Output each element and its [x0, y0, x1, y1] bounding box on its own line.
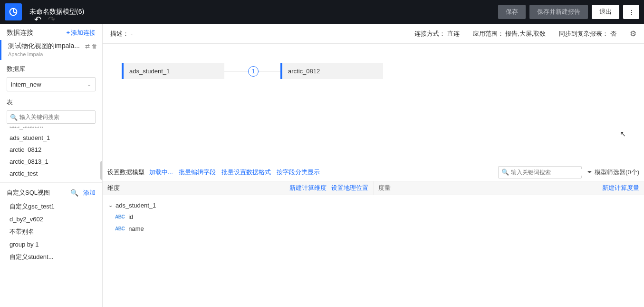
undo-icon[interactable]: ↶: [34, 14, 41, 25]
description: 描述： -: [110, 30, 401, 38]
table-row[interactable]: arctic_0813_1: [0, 156, 102, 168]
measure-column-header: 度量 新建计算度量: [373, 181, 644, 195]
sql-view-list: 自定义gsc_test1 d_by2_v602 不带别名 group by 1 …: [0, 200, 102, 264]
relation-canvas[interactable]: ads_student_1 1 arctic_0812 ↖: [103, 44, 644, 163]
sql-view-row[interactable]: 不带别名: [0, 225, 102, 238]
add-connection-link[interactable]: +添加连接: [66, 29, 96, 37]
database-label: 数据库: [0, 62, 102, 75]
field-type-icon: ABC: [115, 214, 125, 219]
header: 未命名数据模型(6) ↶ ↷ 保存 保存并新建报告 退出 ⋮: [0, 0, 644, 24]
application-scope: 应用范围： 报告,大屏,取数: [473, 30, 546, 38]
field-group-name: ads_student_1: [115, 202, 156, 209]
table-search[interactable]: 🔍: [7, 110, 96, 124]
field-search[interactable]: 🔍: [498, 166, 582, 178]
sql-view-title: 自定义SQL视图: [7, 188, 50, 197]
gear-icon[interactable]: ⚙: [630, 29, 636, 38]
field-group[interactable]: ⌄ ads_student_1: [108, 200, 638, 211]
table-row[interactable]: ads_student_1: [0, 132, 102, 144]
data-connection-header: 数据连接 +添加连接: [0, 24, 102, 40]
save-new-report-button[interactable]: 保存并新建报告: [529, 5, 588, 19]
table-search-input[interactable]: [19, 114, 92, 120]
sql-view-row[interactable]: 自定义gsc_test1: [0, 200, 102, 213]
undo-redo-group: ↶ ↷: [34, 14, 55, 25]
sidebar: 数据连接 +添加连接 测试物化视图的impala... ⇄ 🗑 Apache I…: [0, 24, 103, 307]
field-row[interactable]: ABC id: [108, 211, 638, 223]
measure-label: 度量: [378, 184, 602, 192]
connection-type: Apache Impala: [8, 51, 97, 57]
batch-edit-fields-link[interactable]: 批量编辑字段: [179, 168, 216, 177]
sidebar-resize-handle[interactable]: [100, 161, 103, 180]
columns-header: 维度 新建计算维度 设置地理位置 度量 新建计算度量: [103, 181, 644, 195]
app-logo[interactable]: [5, 3, 22, 20]
fields-panel: ⌄ ads_student_1 ABC id ABC name: [103, 195, 644, 239]
field-row[interactable]: ABC name: [108, 223, 638, 235]
loading-link[interactable]: 加载中...: [149, 168, 173, 177]
table-row[interactable]: ads_student: [0, 127, 102, 132]
field-name: name: [128, 225, 144, 232]
batch-format-link[interactable]: 批量设置数据格式: [221, 168, 271, 177]
exit-button[interactable]: 退出: [592, 5, 619, 19]
set-geo-link[interactable]: 设置地理位置: [331, 184, 368, 192]
model-filter-button[interactable]: ⏷ 模型筛选器(0个): [586, 168, 639, 177]
sql-view-row[interactable]: 自定义student...: [0, 250, 102, 264]
search-icon: 🔍: [501, 168, 509, 176]
table-row[interactable]: arctic_0812: [0, 144, 102, 156]
sync-complex-report: 同步到复杂报表： 否: [559, 30, 616, 38]
table-node[interactable]: ads_student_1: [122, 63, 224, 79]
dimension-column-header: 维度 新建计算维度 设置地理位置: [103, 181, 373, 195]
main: 描述： - 连接方式： 直连 应用范围： 报告,大屏,取数 同步到复杂报表： 否…: [103, 24, 644, 307]
data-connection-label: 数据连接: [7, 29, 33, 37]
database-select[interactable]: intern_new ⌄: [7, 77, 96, 91]
table-list: ads_student ads_student_1 arctic_0812 ar…: [0, 127, 102, 179]
add-sql-view-link[interactable]: 添加: [83, 188, 96, 197]
info-bar: 描述： - 连接方式： 直连 应用范围： 报告,大屏,取数 同步到复杂报表： 否…: [103, 24, 644, 44]
chevron-down-icon: ⌄: [87, 81, 91, 88]
filter-icon: ⏷: [586, 168, 593, 176]
sql-view-header: 自定义SQL视图 🔍 添加: [0, 182, 102, 200]
model-settings-label: 设置数据模型: [107, 168, 144, 177]
swap-icon[interactable]: ⇄: [85, 43, 90, 50]
connection-item[interactable]: 测试物化视图的impala... ⇄ 🗑 Apache Impala: [0, 40, 102, 60]
delete-icon[interactable]: 🗑: [92, 43, 97, 50]
save-button[interactable]: 保存: [498, 5, 526, 19]
new-calc-dimension-link[interactable]: 新建计算维度: [289, 184, 327, 192]
chevron-down-icon: ⌄: [108, 202, 113, 208]
table-row[interactable]: arctic_test: [0, 168, 102, 179]
model-settings-bar: 设置数据模型 加载中... 批量编辑字段 批量设置数据格式 按字段分类显示 🔍 …: [103, 163, 644, 181]
group-by-field-link[interactable]: 按字段分类显示: [277, 168, 320, 177]
database-selected-value: intern_new: [11, 81, 41, 88]
new-calc-measure-link[interactable]: 新建计算度量: [602, 184, 639, 192]
search-icon: 🔍: [10, 114, 18, 121]
dimension-label: 维度: [107, 184, 285, 192]
search-icon[interactable]: 🔍: [70, 189, 78, 197]
redo-icon[interactable]: ↷: [48, 14, 55, 25]
sql-view-row[interactable]: group by 1: [0, 238, 102, 250]
connection-mode: 连接方式： 直连: [414, 30, 460, 38]
field-type-icon: ABC: [115, 226, 125, 231]
table-node[interactable]: arctic_0812: [280, 63, 383, 79]
field-search-input[interactable]: [511, 169, 582, 176]
field-name: id: [128, 213, 133, 220]
connection-name: 测试物化视图的impala...: [8, 42, 80, 50]
join-badge[interactable]: 1: [248, 66, 259, 77]
more-menu-button[interactable]: ⋮: [623, 5, 639, 19]
sql-view-row[interactable]: d_by2_v602: [0, 213, 102, 225]
table-label: 表: [0, 95, 102, 109]
